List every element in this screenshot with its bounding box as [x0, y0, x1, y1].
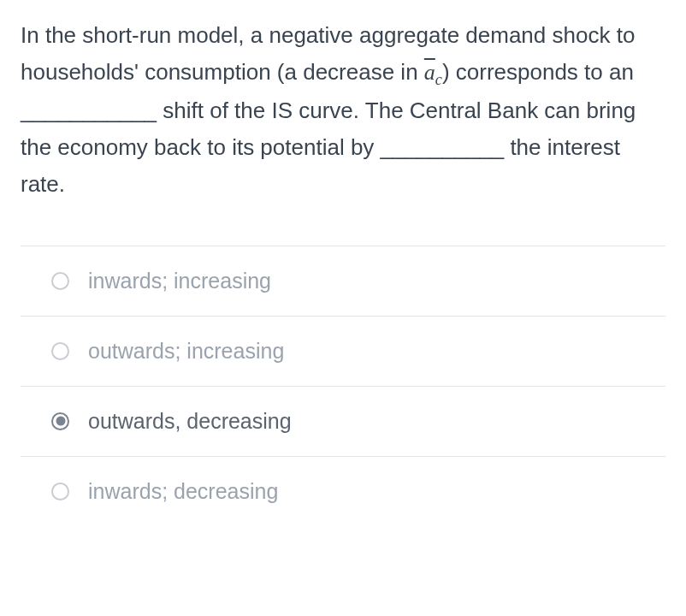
option-label: outwards, decreasing — [88, 409, 292, 434]
option-row[interactable]: outwards, decreasing — [21, 386, 665, 456]
radio-icon[interactable] — [51, 272, 69, 290]
option-label: inwards; decreasing — [88, 479, 278, 504]
radio-icon[interactable] — [51, 342, 69, 360]
radio-icon[interactable] — [51, 412, 69, 430]
question-text: In the short-run model, a negative aggre… — [21, 17, 665, 203]
math-variable: ac — [424, 60, 442, 85]
var-subscript: c — [435, 71, 442, 88]
radio-icon[interactable] — [51, 483, 69, 500]
option-label: outwards; increasing — [88, 339, 284, 364]
var-base: a — [424, 60, 435, 85]
option-row[interactable]: outwards; increasing — [21, 316, 665, 386]
option-row[interactable]: inwards; decreasing — [21, 456, 665, 526]
options-list: inwards; increasing outwards; increasing… — [21, 246, 665, 526]
option-label: inwards; increasing — [88, 269, 271, 293]
option-row[interactable]: inwards; increasing — [21, 246, 665, 316]
